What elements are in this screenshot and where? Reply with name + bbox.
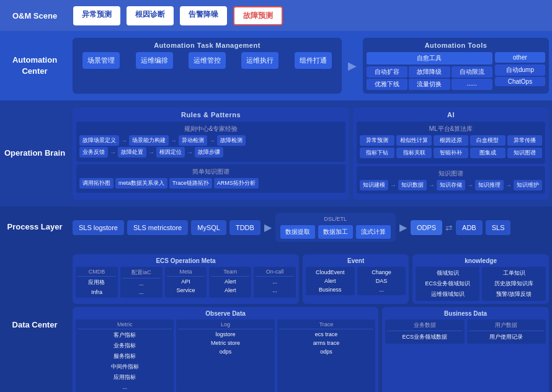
business-inner: 业务数据 ECS业务领域数据 用户数据 用户使用记录 <box>385 319 546 344</box>
business-panel: Business Data 业务数据 ECS业务领域数据 用户数据 用户使用记录 <box>382 307 549 392</box>
src-2: MySQL <box>191 220 226 235</box>
biz-col1-items: ECS业务领域数据 <box>387 332 462 342</box>
process-label: Process Layer <box>0 210 69 245</box>
tools-col4-header: other <box>495 52 545 63</box>
biz-c2-0: 用户使用记录 <box>469 332 544 342</box>
metric-items: 客户指标 业务指标 服务指标 中间件指标 应用指标 ... <box>78 331 172 391</box>
ecs-meta-title: ECS Operation Meta <box>76 257 296 264</box>
knowledge2-col1-items: 领域知识 ECS业务领域知识 运维领域知识 <box>417 269 478 299</box>
src-1: SLS metricstore <box>127 220 188 235</box>
kgflow-arrow-0: → <box>390 182 396 189</box>
dest-2: SLS <box>486 220 511 235</box>
expert-panel: 规则中心&专家经验 故障场景定义 → 场景能力构建 → 异动检测 → 故障检测 … <box>76 122 345 162</box>
trace-1: arms trace <box>279 339 373 347</box>
knowledge-panel2: knowledge 领域知识 ECS业务领域知识 运维领域知识 工单知识 <box>412 254 549 304</box>
rules-title: Rules & Patterns <box>76 111 345 118</box>
flow2-0: 业务反馈 <box>79 147 108 158</box>
knowledge2-col1: 领域知识 ECS业务领域知识 运维领域知识 <box>416 267 479 301</box>
ecs-col2-title: Meta <box>167 269 205 277</box>
ecs-col-1: 配置iaC ... ... <box>120 267 162 298</box>
biz-col1-title: 业务数据 <box>387 321 462 331</box>
tools-item-0: 自动扩容 <box>367 66 407 78</box>
tools-item-1: 故障降级 <box>409 66 450 78</box>
event-title: Event <box>306 257 406 264</box>
process-middle: DSL/ETL 数据提取 数据加工 流式计算 <box>275 213 396 242</box>
log-col: Log logstore Metric store odps <box>176 319 274 392</box>
knowledge2-col2-items: 工单知识 历史故障知识库 预警/故障反馈 <box>484 269 544 299</box>
ml-2: 根因还原 <box>434 135 468 146</box>
kg-0: 调用拓扑图 <box>79 178 114 189</box>
flow1-2: 异动检测 <box>179 135 207 146</box>
brain-content: Rules & Patterns 规则中心&专家经验 故障场景定义 → 场景能力… <box>69 104 552 203</box>
biz-c1-0: ECS业务领域数据 <box>387 332 462 342</box>
tools-col-other: other 自动dump ChatOps <box>495 52 545 90</box>
process-inner: SLS logstore SLS metricstore MySQL TDDB … <box>73 213 549 242</box>
task-management-title: Automation Task Management <box>76 42 338 49</box>
log-items: logstore Metric store odps <box>178 331 272 355</box>
metric-3: 中间件指标 <box>78 362 172 372</box>
process-mid-items: 数据提取 数据加工 流式计算 <box>280 225 391 239</box>
ecs-col0-items: 应用格 Infra <box>78 278 116 296</box>
mid-0: 数据提取 <box>280 225 315 239</box>
kg-3: ARMS拓扑分析 <box>214 178 259 189</box>
ml-4: 异常传播 <box>507 135 542 146</box>
flow-arrow-5: → <box>148 149 154 156</box>
ecs-c1-1: ... <box>122 288 161 296</box>
knowledge-panel: 知识图谱 知识建模 → 知识数据 → 知识存储 → 知识推理 → 知识维护 <box>357 166 545 194</box>
ecs-col1-items: ... ... <box>122 280 161 296</box>
kgflow-arrow-1: → <box>429 182 435 189</box>
kgflow-arrow-3: → <box>505 182 512 189</box>
process-sources: SLS logstore SLS metricstore MySQL TDDB <box>73 220 260 235</box>
ml-title: ML平台&算法库 <box>360 125 542 133</box>
k2-c2-2: 预警/故障反馈 <box>484 290 544 299</box>
ml-5: 指标下钻 <box>360 148 394 158</box>
data-row: Data Center ECS Operation Meta CMDB 应用格 … <box>0 248 552 392</box>
process-arrow-left: ▶ <box>264 221 272 233</box>
tools-grid: 自愈工具 自动扩容 故障降级 自动限流 优雅下线 流量切换 ...... <box>367 52 545 90</box>
trace-items: ecs trace arms trace odps <box>279 331 373 355</box>
brain-label: Operation Brain <box>0 104 69 203</box>
ecs-col3-title: Team <box>211 269 249 277</box>
flow-arrow-1: → <box>121 137 127 144</box>
om-tag-1: 根因诊断 <box>127 6 174 25</box>
kgflow-1: 知识数据 <box>398 180 427 190</box>
tools-item-other-1: ChatOps <box>495 77 545 86</box>
knowledge2-inner: 领域知识 ECS业务领域知识 运维领域知识 工单知识 历史故障知识库 预警/故障… <box>416 267 546 301</box>
k2-c2-0: 工单知识 <box>484 269 544 278</box>
log-2: odps <box>178 348 272 355</box>
om-scene-content: 异常预测 根因诊断 告警降噪 故障预测 <box>69 1 552 30</box>
event-c2-2: ... <box>359 286 404 293</box>
metric-4: 应用指标 <box>78 373 172 382</box>
flow-arrow-2: → <box>171 137 177 144</box>
ecs-c4-0: ... <box>256 278 294 285</box>
process-content: SLS logstore SLS metricstore MySQL TDDB … <box>69 210 552 245</box>
dsl-label: DSL/ETL <box>280 216 391 222</box>
task-item-3: 运维执行 <box>241 52 278 69</box>
event-col2: Change DAS ... <box>357 267 406 295</box>
event-c1-1: Alert <box>308 277 353 285</box>
log-title: Log <box>178 321 272 329</box>
ecs-c3-1: Alert <box>211 287 249 294</box>
kg-flow-row: 调用拓扑图 meta数据关系录入 Trace链路拓扑 ARMS拓扑分析 <box>79 178 342 189</box>
mid-2: 流式计算 <box>356 225 391 239</box>
om-tag-0: 异常预测 <box>73 6 120 25</box>
expert-title: 规则中心&专家经验 <box>79 125 342 133</box>
auto-arrow: ▶ <box>345 38 359 94</box>
ecs-c2-0: API <box>167 278 205 285</box>
ml-6: 指标关联 <box>396 148 431 158</box>
kg-panel: 简单知识图谱 调用拓扑图 meta数据关系录入 Trace链路拓扑 ARMS拓扑… <box>76 164 345 193</box>
event-panel: Event CloudEvent Alert Business Change <box>303 254 409 304</box>
ml-panel: ML平台&算法库 异常预测 相似性计算 根因还原 白盒模型 异常传播 指标下钻 … <box>357 122 545 164</box>
biz-col1: 业务数据 ECS业务领域数据 <box>385 319 464 344</box>
ecs-inner-grid: CMDB 应用格 Infra 配置iaC ... ... <box>76 267 296 298</box>
tools-col-main: 自愈工具 自动扩容 故障降级 自动限流 优雅下线 流量切换 ...... <box>367 52 492 90</box>
ecs-col-0: CMDB 应用格 Infra <box>76 267 118 298</box>
process-row: Process Layer SLS logstore SLS metricsto… <box>0 207 552 248</box>
data-label: Data Center <box>0 251 69 392</box>
ecs-col-2: Meta API Service <box>165 267 207 298</box>
flow2-3: 故障步骤 <box>195 147 223 158</box>
flow1-0: 故障场景定义 <box>79 135 119 146</box>
kg-title: 简单知识图谱 <box>79 167 342 176</box>
flow-arrow-4: → <box>110 149 116 156</box>
om-scene-label: O&M Scene <box>0 0 69 31</box>
